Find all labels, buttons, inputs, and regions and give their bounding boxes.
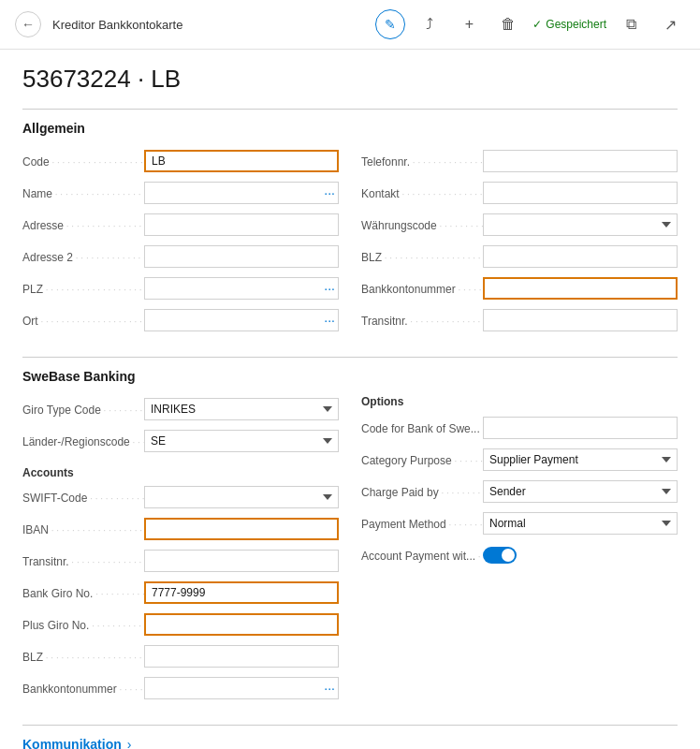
select-category[interactable]: Supplier Payment bbox=[483, 448, 678, 471]
allgemein-section: Allgemein Code Name ··· bbox=[22, 121, 678, 338]
input-bankkonto-right[interactable] bbox=[483, 277, 678, 300]
input-code-bank[interactable] bbox=[483, 417, 678, 439]
input-ort[interactable] bbox=[144, 309, 339, 331]
input-bank-giro[interactable] bbox=[144, 581, 339, 604]
ort-lookup-icon[interactable]: ··· bbox=[324, 313, 335, 328]
swebase-grid: Giro Type Code INRIKES Länder-/Regionsco… bbox=[22, 395, 678, 706]
field-row-telefon: Telefonnr. bbox=[361, 147, 678, 175]
chevron-right-icon: › bbox=[127, 737, 132, 749]
field-row-code: Code bbox=[22, 147, 339, 175]
select-laender[interactable]: SE bbox=[144, 430, 339, 452]
toggle-account-payment[interactable] bbox=[483, 547, 517, 564]
delete-button[interactable]: 🗑 bbox=[493, 9, 523, 39]
open-button[interactable]: ⧉ bbox=[616, 9, 646, 39]
bankkonto-lookup-icon[interactable]: ··· bbox=[324, 681, 335, 696]
field-row-account-payment: Account Payment wit... bbox=[361, 541, 678, 569]
input-transit-right[interactable] bbox=[483, 309, 678, 331]
edit-button[interactable]: ✎ bbox=[375, 9, 405, 39]
label-adresse: Adresse bbox=[22, 218, 144, 232]
record-title: 53673224 · LB bbox=[22, 65, 678, 94]
field-row-swift: SWIFT-Code bbox=[22, 483, 339, 511]
saved-label: Gespeichert bbox=[546, 18, 606, 31]
select-swift[interactable] bbox=[144, 486, 339, 508]
toolbar-icons: ✎ ⤴ + 🗑 ✓ Gespeichert ⧉ ↗ bbox=[375, 9, 685, 39]
input-wrapper-name: ··· bbox=[144, 182, 339, 204]
field-row-iban: IBAN bbox=[22, 515, 339, 543]
label-account-payment: Account Payment wit... bbox=[361, 549, 483, 563]
breadcrumb: Kreditor Bankkontokarte bbox=[52, 18, 364, 32]
input-blz-left[interactable] bbox=[144, 645, 339, 668]
input-kontakt[interactable] bbox=[483, 182, 678, 204]
field-row-category: Category Purpose Supplier Payment bbox=[361, 446, 678, 474]
label-telefon: Telefonnr. bbox=[361, 154, 483, 169]
label-name: Name bbox=[22, 186, 144, 200]
input-name[interactable] bbox=[144, 182, 339, 204]
label-transit-right: Transitnr. bbox=[361, 314, 483, 328]
field-row-transit-left: Transitnr. bbox=[22, 547, 339, 575]
label-plz: PLZ bbox=[22, 282, 144, 296]
label-payment-method: Payment Method bbox=[361, 517, 483, 531]
input-plus-giro[interactable] bbox=[144, 613, 339, 636]
expand-button[interactable]: ↗ bbox=[655, 9, 685, 39]
label-charge: Charge Paid by bbox=[361, 485, 483, 499]
input-adresse2[interactable] bbox=[144, 245, 339, 268]
input-code[interactable] bbox=[144, 150, 339, 172]
allgemein-title: Allgemein bbox=[22, 121, 678, 136]
name-lookup-icon[interactable]: ··· bbox=[324, 185, 335, 200]
add-button[interactable]: + bbox=[454, 9, 484, 39]
label-category: Category Purpose bbox=[361, 453, 483, 467]
field-row-adresse: Adresse bbox=[22, 211, 339, 239]
select-giro-type[interactable]: INRIKES bbox=[144, 398, 339, 420]
label-bankkonto-right: Bankkontonummer bbox=[361, 282, 483, 296]
field-row-blz-left: BLZ bbox=[22, 642, 339, 670]
swebase-title: SweBase Banking bbox=[22, 369, 678, 384]
swebase-section: SweBase Banking Giro Type Code INRIKES L… bbox=[22, 369, 678, 706]
field-row-payment-method: Payment Method Normal bbox=[361, 509, 678, 537]
select-waehrung[interactable] bbox=[483, 213, 678, 236]
main-content: 53673224 · LB Allgemein Code Name bbox=[0, 50, 700, 749]
label-transit-left: Transitnr. bbox=[22, 554, 144, 568]
field-row-ort: Ort ··· bbox=[22, 306, 339, 334]
label-bankkonto-left: Bankkontonummer bbox=[22, 682, 144, 696]
allgemein-grid: Code Name ··· Adresse bbox=[22, 147, 678, 338]
field-row-plz: PLZ ··· bbox=[22, 274, 339, 302]
input-transit-left[interactable] bbox=[144, 550, 339, 572]
field-row-giro-type: Giro Type Code INRIKES bbox=[22, 395, 339, 423]
share-button[interactable]: ⤴ bbox=[415, 9, 445, 39]
field-row-transit-right: Transitnr. bbox=[361, 306, 678, 334]
input-adresse[interactable] bbox=[144, 213, 339, 236]
back-button[interactable]: ← bbox=[15, 11, 41, 37]
input-iban[interactable] bbox=[144, 518, 339, 540]
field-row-bankkonto-left: Bankkontonummer ··· bbox=[22, 674, 339, 702]
label-blz-left: BLZ bbox=[22, 650, 144, 664]
select-payment-method[interactable]: Normal bbox=[483, 512, 678, 535]
label-code: Code bbox=[22, 154, 144, 169]
accounts-subtitle: Accounts bbox=[22, 466, 339, 479]
label-giro-type: Giro Type Code bbox=[22, 403, 144, 417]
input-bankkonto-left[interactable] bbox=[144, 677, 339, 699]
swebase-right-col: Options Code for Bank of Swe... Category… bbox=[361, 395, 678, 706]
label-laender: Länder-/Regionscode bbox=[22, 434, 144, 448]
saved-status: ✓ Gespeichert bbox=[532, 18, 606, 31]
swebase-left-col: Giro Type Code INRIKES Länder-/Regionsco… bbox=[22, 395, 339, 706]
plz-lookup-icon[interactable]: ··· bbox=[324, 281, 335, 296]
field-row-plus-giro: Plus Giro No. bbox=[22, 610, 339, 639]
field-row-kontakt: Kontakt bbox=[361, 179, 678, 207]
select-charge[interactable]: Sender bbox=[483, 480, 678, 503]
input-plz[interactable] bbox=[144, 277, 339, 300]
input-wrapper-ort: ··· bbox=[144, 309, 339, 331]
input-wrapper-bankkonto-left: ··· bbox=[144, 677, 339, 699]
field-row-blz-right: BLZ bbox=[361, 242, 678, 271]
label-swift: SWIFT-Code bbox=[22, 491, 144, 505]
field-row-bank-giro: Bank Giro No. bbox=[22, 579, 339, 607]
field-row-charge: Charge Paid by Sender bbox=[361, 477, 678, 506]
input-telefon[interactable] bbox=[483, 150, 678, 172]
field-row-waehrung: Währungscode bbox=[361, 211, 678, 239]
input-blz-right[interactable] bbox=[483, 245, 678, 268]
kommunikation-section[interactable]: Kommunikation › bbox=[22, 725, 678, 749]
label-bank-giro: Bank Giro No. bbox=[22, 586, 144, 600]
field-row-code-bank: Code for Bank of Swe... bbox=[361, 414, 678, 442]
field-row-adresse2: Adresse 2 bbox=[22, 242, 339, 271]
label-code-bank: Code for Bank of Swe... bbox=[361, 421, 483, 435]
kommunikation-title: Kommunikation bbox=[22, 737, 122, 749]
